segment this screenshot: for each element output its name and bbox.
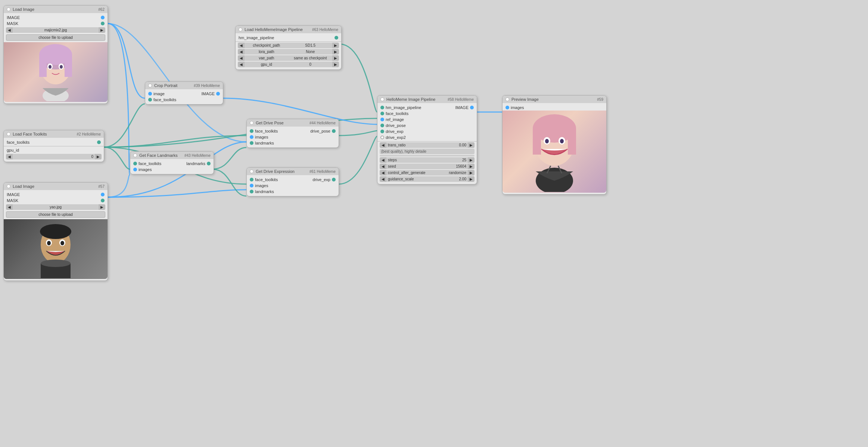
hellomeme-pipeline-prompt[interactable]: (best quality), highly detaile <box>380 149 475 154</box>
hellomeme-pipeline-guidance[interactable]: ◀ guidance_scale 2.00 ▶ <box>380 176 475 182</box>
load-hellomeme-vae-arrow-right[interactable]: ▶ <box>332 55 339 61</box>
preview-image-input-port[interactable] <box>505 106 509 109</box>
load-hellomeme-checkpoint-arrow-right[interactable]: ▶ <box>332 43 339 48</box>
load-face-toolkits-arrow-right[interactable]: ▶ <box>95 154 102 159</box>
get-face-landmarks-id: #43 HelloMeme <box>184 153 211 158</box>
hellomeme-pipeline-exp-port[interactable] <box>380 130 384 133</box>
load-image-62-status-icon <box>7 7 10 11</box>
load-image-62-arrow-right[interactable]: ▶ <box>99 27 105 33</box>
get-drive-expression-node: Get Drive Expression #61 HelloMeme face_… <box>246 167 339 196</box>
hellomeme-pipeline-control-right[interactable]: ▶ <box>468 170 475 176</box>
load-hellomeme-lora-arrow-right[interactable]: ▶ <box>332 49 339 55</box>
load-image-62-node: Load Image #62 IMAGE MASK ◀ majicmix2.jp… <box>3 5 108 104</box>
load-image-57-upload-btn[interactable]: choose file to upload <box>6 211 105 218</box>
preview-image-input-images: images <box>503 105 606 111</box>
load-hellomeme-checkpoint-value: SD1.5 <box>289 43 333 48</box>
load-image-57-title: Load Image <box>13 184 34 189</box>
load-hellomeme-checkpoint-arrow-left[interactable]: ◀ <box>238 43 245 48</box>
hellomeme-pipeline-steps-left[interactable]: ◀ <box>380 157 386 163</box>
hellomeme-pipeline-trans-right[interactable]: ▶ <box>468 142 475 148</box>
get-face-landmarks-header: Get Face Landmarks #43 HelloMeme <box>130 152 214 159</box>
load-image-62-image-port[interactable] <box>101 16 105 19</box>
load-face-toolkits-port[interactable] <box>97 140 101 144</box>
load-face-toolkits-gpu-slider[interactable]: ◀ 0 ▶ <box>6 154 102 159</box>
load-hellomeme-gpu-value: 0 <box>289 62 333 67</box>
load-face-toolkits-arrow-left[interactable]: ◀ <box>6 154 13 159</box>
hellomeme-pipeline-seed-right[interactable]: ▶ <box>468 164 475 169</box>
load-image-62-image-value: majicmix2.jpg <box>13 27 99 33</box>
hellomeme-pipeline-control-left[interactable]: ◀ <box>380 170 386 176</box>
get-drive-pose-title: Get Drive Pose <box>256 121 284 125</box>
load-hellomeme-lora-selector[interactable]: ◀ lora_path None ▶ <box>238 49 339 55</box>
crop-portrait-face-input-port[interactable] <box>148 98 152 102</box>
hellomeme-pipeline-seed-left[interactable]: ◀ <box>380 164 386 169</box>
svg-point-11 <box>40 224 71 239</box>
hellomeme-pipeline-control-after[interactable]: ◀ control_after_generate randomize ▶ <box>380 170 475 176</box>
load-image-57-image-port[interactable] <box>101 193 105 196</box>
get-face-landmarks-title: Get Face Landmarks <box>139 153 178 158</box>
hellomeme-pipeline-trans-ratio[interactable]: ◀ trans_ratio 0.00 ▶ <box>380 142 475 148</box>
load-hellomeme-vae-arrow-left[interactable]: ◀ <box>238 55 245 61</box>
get-drive-expression-toolkits-row: face_toolkits drive_exp <box>247 177 339 183</box>
svg-point-7 <box>49 65 52 69</box>
load-image-57-image-value: yao.jpg <box>13 204 99 210</box>
get-drive-expression-output-port[interactable] <box>332 178 336 181</box>
load-hellomeme-gpu-arrow-left[interactable]: ◀ <box>238 62 245 67</box>
crop-portrait-id: #39 HelloMeme <box>194 84 220 88</box>
get-drive-expression-header: Get Drive Expression #61 HelloMeme <box>247 168 339 175</box>
hellomeme-pipeline-image-output-port[interactable] <box>470 106 474 109</box>
crop-portrait-image-output-port[interactable] <box>216 92 220 96</box>
hellomeme-pipeline-seed[interactable]: ◀ seed 15604 ▶ <box>380 164 475 169</box>
get-drive-expression-toolkits-port[interactable] <box>250 178 253 181</box>
hellomeme-pipeline-guidance-left[interactable]: ◀ <box>380 176 386 182</box>
hellomeme-pipeline-steps[interactable]: ◀ steps 25 ▶ <box>380 157 475 163</box>
load-hellomeme-vae-value: same as checkpoint <box>289 55 333 61</box>
get-face-landmarks-output-port[interactable] <box>207 162 211 165</box>
load-face-toolkits-status-icon <box>7 132 10 136</box>
load-image-62-upload-btn[interactable]: choose file to upload <box>6 34 105 41</box>
hellomeme-pipeline-trans-left[interactable]: ◀ <box>380 142 386 148</box>
get-face-landmarks-images-port[interactable] <box>133 168 137 171</box>
hellomeme-pipeline-ref-port[interactable] <box>380 118 384 121</box>
hellomeme-pipeline-pose-port[interactable] <box>380 124 384 127</box>
load-image-57-mask-port[interactable] <box>101 199 105 202</box>
load-image-57-id: #57 <box>98 184 105 189</box>
hellomeme-pipeline-exp-row: drive_exp <box>377 128 477 134</box>
load-hellomeme-pipeline-id: #63 HelloMeme <box>312 28 338 32</box>
load-image-57-arrow-left[interactable]: ◀ <box>6 204 13 210</box>
load-hellomeme-gpu-selector[interactable]: ◀ gpu_id 0 ▶ <box>238 62 339 67</box>
crop-portrait-status-icon <box>148 84 152 87</box>
get-drive-pose-toolkits-port[interactable] <box>250 129 253 133</box>
load-face-toolkits-gpu-value: 0 <box>80 154 95 159</box>
hellomeme-pipeline-face-port[interactable] <box>380 112 384 115</box>
load-hellomeme-pipeline-output-port[interactable] <box>335 36 338 40</box>
crop-portrait-input-image: image IMAGE <box>145 91 223 97</box>
get-drive-pose-landmarks-port[interactable] <box>250 141 253 145</box>
hellomeme-pipeline-guidance-right[interactable]: ▶ <box>468 176 475 182</box>
get-drive-expression-images-port[interactable] <box>250 184 253 187</box>
hellomeme-pipeline-steps-right[interactable]: ▶ <box>468 157 475 163</box>
load-image-62-selector[interactable]: ◀ majicmix2.jpg ▶ <box>6 27 105 33</box>
get-face-landmarks-toolkits-port[interactable] <box>133 162 137 165</box>
load-image-62-id: #62 <box>98 7 105 12</box>
load-hellomeme-lora-arrow-left[interactable]: ◀ <box>238 49 245 55</box>
load-hellomeme-vae-selector[interactable]: ◀ vae_path same as checkpoint ▶ <box>238 55 339 61</box>
load-image-62-title: Load Image <box>13 7 34 12</box>
get-drive-expression-landmarks-port[interactable] <box>250 190 253 193</box>
load-image-57-arrow-right[interactable]: ▶ <box>99 204 105 210</box>
get-face-landmarks-input-images: images <box>130 167 214 173</box>
hellomeme-pipeline-ref-row: ref_image <box>377 117 477 122</box>
load-image-62-mask-port[interactable] <box>101 22 105 25</box>
load-face-toolkits-header: Load Face Toolkits #2 HelloMeme <box>4 130 104 138</box>
hellomeme-pipeline-exp2-port[interactable] <box>380 136 384 139</box>
load-image-62-arrow-left[interactable]: ◀ <box>6 27 13 33</box>
get-drive-pose-output-port[interactable] <box>332 129 336 133</box>
crop-portrait-image-input-port[interactable] <box>148 92 152 96</box>
get-drive-pose-images-port[interactable] <box>250 135 253 139</box>
load-hellomeme-checkpoint-selector[interactable]: ◀ checkpoint_path SD1.5 ▶ <box>238 43 339 48</box>
hellomeme-pipeline-hm-port[interactable] <box>380 106 384 109</box>
hellomeme-pipeline-negative-prompt[interactable] <box>380 155 475 156</box>
preview-image-display <box>503 111 606 193</box>
load-image-57-selector[interactable]: ◀ yao.jpg ▶ <box>6 204 105 210</box>
load-hellomeme-gpu-arrow-right[interactable]: ▶ <box>332 62 339 67</box>
